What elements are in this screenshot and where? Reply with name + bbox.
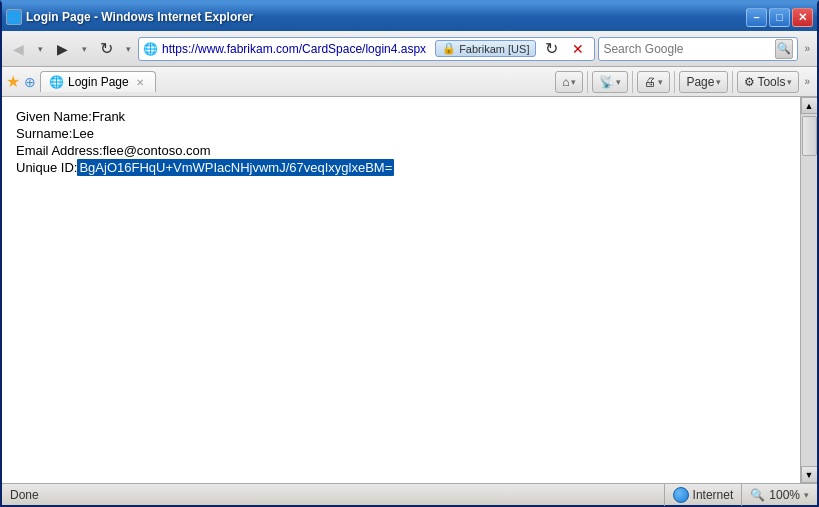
print-icon: 🖨 (644, 75, 656, 89)
favorites-star-icon[interactable]: ★ (6, 72, 20, 91)
page-label: Page (686, 75, 714, 89)
vertical-scrollbar[interactable]: ▲ ▼ (800, 97, 817, 483)
content-area: Given Name:Frank Surname:Lee Email Addre… (2, 97, 817, 483)
page-button[interactable]: Page ▾ (679, 71, 728, 93)
zoom-panel[interactable]: 🔍 100% ▾ (741, 484, 817, 506)
address-icon: 🌐 (143, 42, 158, 56)
active-tab[interactable]: 🌐 Login Page ✕ (40, 71, 156, 92)
forward-dropdown[interactable]: ▾ (77, 37, 91, 61)
status-bar: Done Internet 🔍 100% ▾ (2, 483, 817, 505)
tools-button[interactable]: ⚙ Tools ▾ (737, 71, 799, 93)
address-bar[interactable]: 🌐 https://www.fabrikam.com/CardSpace/log… (138, 37, 595, 61)
refresh-button[interactable]: ↻ (539, 37, 563, 61)
reload-dropdown[interactable]: ▾ (121, 37, 135, 61)
page-content: Given Name:Frank Surname:Lee Email Addre… (2, 97, 800, 483)
maximize-button[interactable]: □ (769, 8, 790, 27)
toolbar: ⌂ ▾ 📡 ▾ 🖨 ▾ Page ▾ ⚙ Tools ▾ (555, 71, 813, 93)
search-input[interactable] (603, 42, 773, 56)
close-button[interactable]: ✕ (792, 8, 813, 27)
window-controls: – □ ✕ (746, 8, 813, 27)
tab-bar: ★ ⊕ 🌐 Login Page ✕ ⌂ ▾ 📡 ▾ 🖨 ▾ P (2, 67, 817, 97)
print-dropdown-icon: ▾ (658, 77, 663, 87)
email-value: flee@contoso.com (103, 143, 211, 158)
stop-button[interactable]: ✕ (566, 37, 590, 61)
security-label: Fabrikam [US] (459, 43, 529, 55)
given-name-line: Given Name:Frank (16, 109, 786, 124)
back-button[interactable]: ◀ (6, 37, 30, 61)
zoom-icon: 🔍 (750, 488, 765, 502)
lock-icon: 🔒 (442, 42, 456, 55)
unique-id-line: Unique ID:BgAjO16FHqU+VmWPIacNHjvwmJ/67v… (16, 160, 786, 175)
email-label: Email Address: (16, 143, 103, 158)
add-favorites-icon[interactable]: ⊕ (24, 74, 36, 90)
toolbar-divider-4 (732, 71, 733, 93)
title-bar: 🌐 Login Page - Windows Internet Explorer… (2, 3, 817, 31)
search-button[interactable]: 🔍 (775, 39, 793, 59)
zoom-label: 100% (769, 488, 800, 502)
toolbar-divider-2 (632, 71, 633, 93)
toolbar-divider-1 (587, 71, 588, 93)
back-dropdown[interactable]: ▾ (33, 37, 47, 61)
home-icon: ⌂ (562, 75, 569, 89)
status-panels: Internet 🔍 100% ▾ (664, 484, 817, 506)
rss-icon: 📡 (599, 75, 614, 89)
minimize-button[interactable]: – (746, 8, 767, 27)
status-text: Done (2, 488, 664, 502)
browser-icon: 🌐 (6, 9, 22, 25)
surname-value: Lee (72, 126, 94, 141)
tab-close-button[interactable]: ✕ (133, 76, 147, 89)
zone-panel: Internet (664, 484, 742, 506)
given-name-value: Frank (92, 109, 125, 124)
tools-dropdown-icon: ▾ (787, 77, 792, 87)
page-dropdown-icon: ▾ (716, 77, 721, 87)
scroll-down-button[interactable]: ▼ (801, 466, 818, 483)
window-title: Login Page - Windows Internet Explorer (26, 10, 253, 24)
tab-icon: 🌐 (49, 75, 64, 89)
unique-id-label: Unique ID: (16, 160, 77, 175)
scroll-track[interactable] (801, 114, 817, 466)
security-badge: 🔒 Fabrikam [US] (435, 40, 536, 57)
print-button[interactable]: 🖨 ▾ (637, 71, 670, 93)
reload-button[interactable]: ↻ (94, 37, 118, 61)
search-bar[interactable]: 🔍 (598, 37, 798, 61)
given-name-label: Given Name: (16, 109, 92, 124)
scroll-up-button[interactable]: ▲ (801, 97, 818, 114)
browser-window: 🌐 Login Page - Windows Internet Explorer… (0, 0, 819, 507)
tools-label: Tools (757, 75, 785, 89)
surname-line: Surname:Lee (16, 126, 786, 141)
globe-icon (673, 487, 689, 503)
address-text: https://www.fabrikam.com/CardSpace/login… (162, 42, 431, 56)
rss-button[interactable]: 📡 ▾ (592, 71, 628, 93)
title-bar-left: 🌐 Login Page - Windows Internet Explorer (6, 9, 253, 25)
forward-button[interactable]: ▶ (50, 37, 74, 61)
zoom-dropdown-icon: ▾ (804, 490, 809, 500)
surname-label: Surname: (16, 126, 72, 141)
toolbar-more-button[interactable]: » (801, 76, 813, 87)
unique-id-value: BgAjO16FHqU+VmWPIacNHjvwmJ/67veqIxyglxeB… (77, 159, 394, 176)
email-line: Email Address:flee@contoso.com (16, 143, 786, 158)
scroll-thumb[interactable] (802, 116, 817, 156)
home-button[interactable]: ⌂ ▾ (555, 71, 583, 93)
tab-label: Login Page (68, 75, 129, 89)
zone-label: Internet (693, 488, 734, 502)
home-dropdown-icon: ▾ (571, 77, 576, 87)
rss-dropdown-icon: ▾ (616, 77, 621, 87)
toolbar-divider-3 (674, 71, 675, 93)
nav-more-button[interactable]: » (801, 43, 813, 54)
gear-icon: ⚙ (744, 75, 755, 89)
navigation-bar: ◀ ▾ ▶ ▾ ↻ ▾ 🌐 https://www.fabrikam.com/C… (2, 31, 817, 67)
